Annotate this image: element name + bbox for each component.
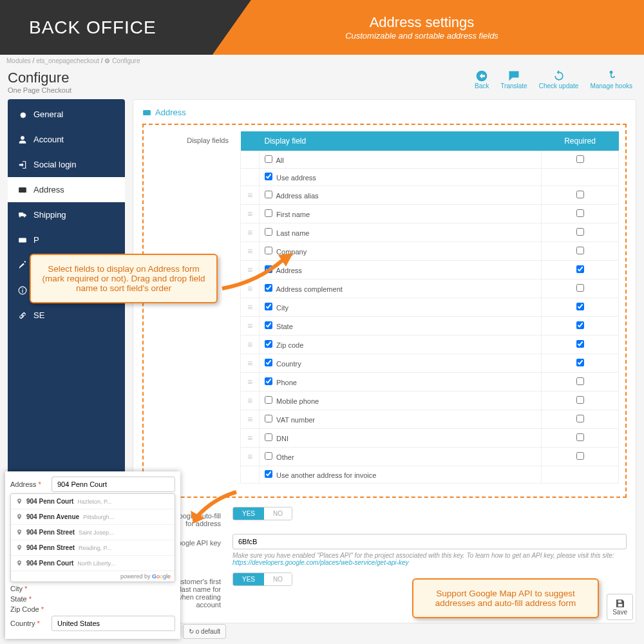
af-address-input[interactable] <box>52 477 175 492</box>
required-checkbox[interactable] <box>576 303 584 310</box>
required-checkbox[interactable] <box>576 433 584 441</box>
header-banner: BACK OFFICE Address settings Customizabl… <box>0 0 644 55</box>
display-checkbox[interactable] <box>265 470 272 478</box>
display-fields-box: Display fields Display field Required Al… <box>142 124 627 498</box>
field-row[interactable]: First name <box>241 205 619 223</box>
required-checkbox[interactable] <box>576 359 584 366</box>
manage-hooks-button[interactable]: Manage hooks <box>590 70 632 90</box>
sidebar-item-se[interactable]: SE <box>8 303 125 328</box>
required-checkbox[interactable] <box>576 452 584 460</box>
autofill-option[interactable]: 904 Penn Street Saint Josep... <box>11 525 175 540</box>
drag-handle-icon[interactable] <box>246 451 254 462</box>
display-checkbox[interactable] <box>265 340 272 348</box>
settings-subtitle: Customizable and sortable address fields <box>345 31 498 41</box>
sidebar-item-shipping[interactable]: Shipping <box>8 202 125 227</box>
settings-title: Address settings <box>370 14 475 31</box>
autofill-option[interactable]: 904 Penn Street Reading, P... <box>11 540 175 556</box>
check-update-button[interactable]: Check update <box>539 70 579 90</box>
translate-button[interactable]: Translate <box>500 70 527 90</box>
api-key-input[interactable] <box>232 534 627 549</box>
required-checkbox[interactable] <box>576 284 584 292</box>
af-country-input[interactable] <box>52 616 175 631</box>
drag-handle-icon[interactable] <box>246 339 254 350</box>
field-row[interactable]: DNI <box>241 429 619 448</box>
required-checkbox[interactable] <box>576 155 584 163</box>
af-city-label: City * <box>10 585 46 592</box>
api-help-link[interactable]: https://developers.google.com/places/web… <box>232 559 408 566</box>
required-checkbox[interactable] <box>576 209 584 217</box>
required-checkbox[interactable] <box>576 191 584 198</box>
save-button[interactable]: Save <box>607 594 633 620</box>
display-checkbox[interactable] <box>265 321 272 329</box>
required-checkbox[interactable] <box>576 340 584 348</box>
back-button[interactable]: Back <box>475 70 489 90</box>
field-row[interactable]: Mobile phone <box>241 392 619 410</box>
sidebar-item-social-login[interactable]: Social login <box>8 152 125 177</box>
drag-handle-icon[interactable] <box>246 302 254 312</box>
display-checkbox[interactable] <box>265 191 272 198</box>
panel-title: Address <box>142 108 627 117</box>
name-toggle[interactable]: YESNO <box>232 573 292 586</box>
field-row[interactable]: All <box>241 151 619 169</box>
field-row[interactable]: State <box>241 317 619 336</box>
field-row[interactable]: Use another address for invoice <box>241 466 619 484</box>
required-checkbox[interactable] <box>576 247 584 254</box>
main-panel: Address Display fields Display field Req… <box>133 99 636 623</box>
reset-button[interactable]: ↻ o default <box>183 624 226 639</box>
required-checkbox[interactable] <box>576 321 584 329</box>
drag-handle-icon[interactable] <box>246 209 254 219</box>
drag-handle-icon[interactable] <box>246 358 254 368</box>
col-required: Required <box>542 131 619 151</box>
sidebar-item-p[interactable]: P <box>8 227 125 252</box>
autofill-option[interactable]: 904 Penn Avenue Pittsburgh... <box>11 509 175 525</box>
af-country-label: Country * <box>10 620 46 627</box>
sidebar-item-address[interactable]: Address <box>8 177 125 202</box>
svg-rect-3 <box>143 109 151 115</box>
sidebar-item-account[interactable]: Account <box>8 127 125 152</box>
af-state-label: State * <box>10 595 46 603</box>
arrow-icon <box>188 489 246 527</box>
autofill-option[interactable]: 904 Penn Court North Liberty... <box>11 556 175 571</box>
drag-handle-icon[interactable] <box>246 377 254 387</box>
display-checkbox[interactable] <box>265 433 272 441</box>
display-checkbox[interactable] <box>265 452 272 460</box>
display-checkbox[interactable] <box>265 303 272 310</box>
display-checkbox[interactable] <box>265 396 272 404</box>
display-checkbox[interactable] <box>265 377 272 385</box>
field-row[interactable]: VAT number <box>241 410 619 429</box>
drag-handle-icon[interactable] <box>246 321 254 331</box>
display-checkbox[interactable] <box>265 415 272 422</box>
drag-handle-icon[interactable] <box>246 433 254 443</box>
display-checkbox[interactable] <box>265 359 272 366</box>
autofill-dropdown: 904 Penn Court Hazleton, P...904 Penn Av… <box>10 493 175 582</box>
powered-by-google: powered by Google <box>11 571 175 582</box>
display-checkbox[interactable] <box>265 173 272 180</box>
required-checkbox[interactable] <box>576 396 584 404</box>
drag-handle-icon[interactable] <box>246 227 254 238</box>
field-row[interactable]: Country <box>241 354 619 373</box>
svg-rect-1 <box>19 238 26 242</box>
svg-rect-0 <box>19 187 26 192</box>
field-row[interactable]: Other <box>241 448 619 466</box>
sidebar-item-general[interactable]: General <box>8 102 125 127</box>
page-subtitle: One Page Checkout <box>8 86 71 94</box>
required-checkbox[interactable] <box>576 228 584 236</box>
drag-handle-icon[interactable] <box>246 395 254 406</box>
drag-handle-icon[interactable] <box>246 190 254 200</box>
field-row[interactable]: Phone <box>241 373 619 392</box>
field-row[interactable]: Use address <box>241 169 619 186</box>
required-checkbox[interactable] <box>576 415 584 422</box>
autofill-option[interactable]: 904 Penn Court Hazleton, P... <box>11 494 175 509</box>
required-checkbox[interactable] <box>576 265 584 273</box>
display-checkbox[interactable] <box>265 155 272 163</box>
display-checkbox[interactable] <box>265 209 272 217</box>
field-row[interactable]: Address alias <box>241 186 619 205</box>
display-checkbox[interactable] <box>265 228 272 236</box>
field-row[interactable]: City <box>241 298 619 317</box>
field-row[interactable]: Last name <box>241 223 619 242</box>
field-row[interactable]: Zip code <box>241 336 619 354</box>
required-checkbox[interactable] <box>576 377 584 385</box>
save-icon <box>615 598 625 609</box>
callout-fields: Select fields to display on Address form… <box>30 254 218 303</box>
drag-handle-icon[interactable] <box>246 414 254 424</box>
